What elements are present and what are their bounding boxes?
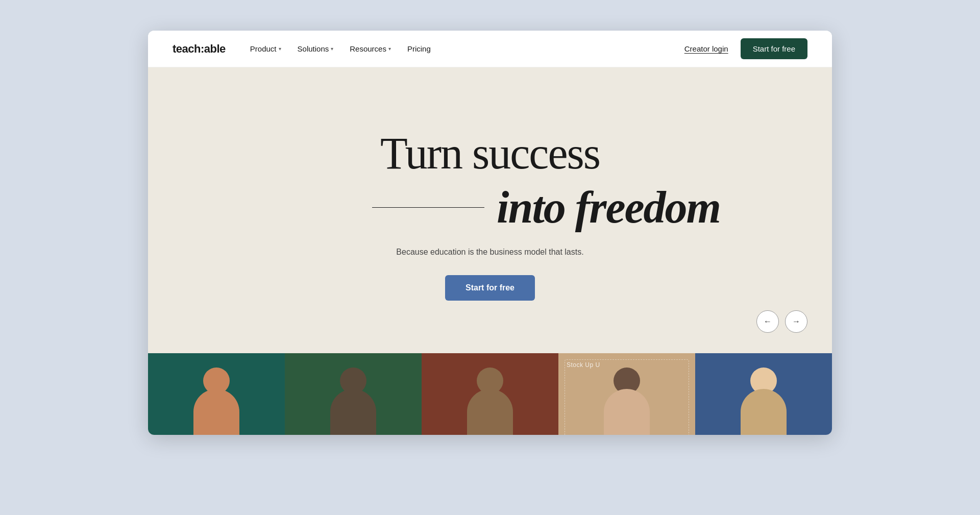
site-logo[interactable]: teach:able bbox=[173, 42, 226, 56]
person-body-1 bbox=[193, 389, 239, 435]
hero-title-line1: Turn success bbox=[380, 130, 600, 177]
start-free-nav-button[interactable]: Start for free bbox=[741, 38, 807, 59]
person-silhouette-2 bbox=[330, 367, 376, 435]
strip-card-2 bbox=[285, 353, 422, 435]
nav-item-product[interactable]: Product ▾ bbox=[250, 44, 281, 53]
chevron-down-icon: ▾ bbox=[388, 46, 391, 52]
person-body-3 bbox=[467, 389, 513, 435]
strip-card-4: Stock Up U bbox=[558, 353, 695, 435]
nav-product-label: Product bbox=[250, 44, 277, 53]
nav-pricing-label: Pricing bbox=[407, 44, 431, 53]
hero-title-line2: into freedom bbox=[497, 182, 720, 233]
nav-resources-label: Resources bbox=[350, 44, 386, 53]
nav-item-solutions[interactable]: Solutions ▾ bbox=[298, 44, 334, 53]
person-silhouette-4 bbox=[604, 367, 650, 435]
hero-section: Turn success into freedom Because educat… bbox=[148, 67, 832, 353]
hero-title-line2-wrapper: into freedom bbox=[372, 182, 608, 233]
strip-card-5 bbox=[695, 353, 832, 435]
navbar: teach:able Product ▾ Solutions ▾ Resourc… bbox=[148, 31, 832, 67]
strip-card-3 bbox=[422, 353, 558, 435]
hero-subtitle: Because education is the business model … bbox=[396, 248, 583, 257]
nav-item-pricing[interactable]: Pricing bbox=[407, 44, 431, 53]
carousel-next-button[interactable]: → bbox=[785, 310, 807, 333]
person-silhouette-5 bbox=[741, 367, 787, 435]
person-silhouette-3 bbox=[467, 367, 513, 435]
carousel-nav: ← → bbox=[756, 310, 807, 333]
browser-window: teach:able Product ▾ Solutions ▾ Resourc… bbox=[148, 31, 832, 435]
nav-solutions-label: Solutions bbox=[298, 44, 329, 53]
hero-line-decoration bbox=[372, 207, 484, 208]
nav-links: Product ▾ Solutions ▾ Resources ▾ Pricin… bbox=[250, 44, 684, 53]
strip-card-1 bbox=[148, 353, 285, 435]
nav-item-resources[interactable]: Resources ▾ bbox=[350, 44, 391, 53]
hero-cta-button[interactable]: Start for free bbox=[445, 275, 535, 301]
chevron-down-icon: ▾ bbox=[279, 46, 281, 52]
person-body-5 bbox=[741, 389, 787, 435]
person-body-4 bbox=[604, 389, 650, 435]
creator-login-link[interactable]: Creator login bbox=[684, 44, 728, 53]
chevron-down-icon: ▾ bbox=[331, 46, 333, 52]
person-silhouette-1 bbox=[193, 367, 239, 435]
carousel-prev-button[interactable]: ← bbox=[756, 310, 779, 333]
person-body-2 bbox=[330, 389, 376, 435]
nav-actions: Creator login Start for free bbox=[684, 38, 807, 59]
bottom-strip: Stock Up U bbox=[148, 353, 832, 435]
